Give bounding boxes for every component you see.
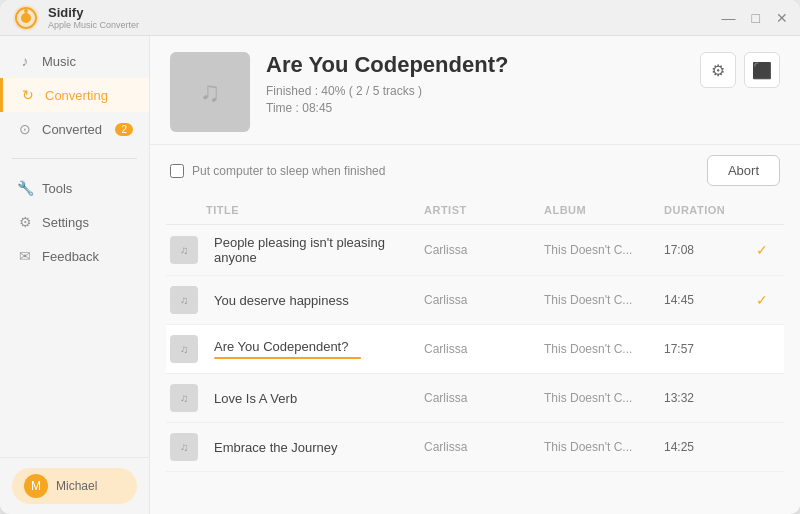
album-art: ♫ [170,52,250,132]
album-art-icon: ♫ [200,76,221,108]
main-content: ♫ Are You Codependent? Finished : 40% ( … [150,36,800,514]
track-status: ✓ [744,292,780,308]
track-duration: 14:25 [664,440,744,454]
track-artist: Carlissa [424,243,544,257]
track-title-cell: People pleasing isn't pleasing anyone [206,235,424,265]
settings-button[interactable]: ⚙ [700,52,736,88]
tools-icon: 🔧 [16,180,34,196]
table-row[interactable]: ♫Love Is A VerbCarlissaThis Doesn't C...… [166,374,784,423]
converted-badge: 2 [115,123,133,136]
track-artist: Carlissa [424,391,544,405]
sleep-label: Put computer to sleep when finished [192,164,385,178]
col-header-status [744,204,780,216]
table-row[interactable]: ♫Are You Codependent?CarlissaThis Doesn'… [166,325,784,374]
sidebar-item-music[interactable]: ♪ Music [0,44,149,78]
feedback-icon: ✉ [16,248,34,264]
sidebar-item-tools[interactable]: 🔧 Tools [0,171,149,205]
track-title: Are You Codependent? [214,339,424,354]
sidebar-label-settings: Settings [42,215,89,230]
sidebar-main-section: ♪ Music ↻ Converting ⊙ Converted 2 [0,36,149,154]
user-name: Michael [56,479,97,493]
table-row[interactable]: ♫Embrace the JourneyCarlissaThis Doesn't… [166,423,784,472]
col-header-album: ALBUM [544,204,664,216]
table-row[interactable]: ♫People pleasing isn't pleasing anyoneCa… [166,225,784,276]
track-duration: 13:32 [664,391,744,405]
app-window: Sidify Apple Music Converter — □ ✕ ♪ Mus… [0,0,800,514]
track-title: You deserve happiness [214,293,424,308]
converted-icon: ⊙ [16,121,34,137]
track-album: This Doesn't C... [544,293,664,307]
track-thumb: ♫ [170,335,198,363]
sleep-checkbox[interactable] [170,164,184,178]
titlebar-controls: — □ ✕ [722,11,788,25]
track-artist: Carlissa [424,440,544,454]
progress-bar [214,357,361,359]
user-item[interactable]: M Michael [12,468,137,504]
album-time: Time : 08:45 [266,101,780,115]
minimize-button[interactable]: — [722,11,736,25]
track-title-cell: Embrace the Journey [206,440,424,455]
track-duration: 17:08 [664,243,744,257]
sidebar-divider [12,158,137,159]
table-header: TITLE ARTIST ALBUM DURATION [166,196,784,225]
music-icon: ♪ [16,53,34,69]
sidebar-item-converting[interactable]: ↻ Converting [0,78,149,112]
titlebar-left: Sidify Apple Music Converter [12,4,139,32]
sidebar-item-settings[interactable]: ⚙ Settings [0,205,149,239]
header-actions: ⚙ ⬛ [700,52,780,88]
app-name: Sidify [48,5,139,20]
track-thumb: ♫ [170,286,198,314]
track-album: This Doesn't C... [544,243,664,257]
converting-icon: ↻ [19,87,37,103]
abort-button[interactable]: Abort [707,155,780,186]
main-header: ♫ Are You Codependent? Finished : 40% ( … [150,36,800,145]
sidebar: ♪ Music ↻ Converting ⊙ Converted 2 [0,36,150,514]
track-artist: Carlissa [424,293,544,307]
track-thumb: ♫ [170,384,198,412]
track-table: TITLE ARTIST ALBUM DURATION ♫People plea… [150,196,800,514]
track-thumb: ♫ [170,433,198,461]
sidebar-label-music: Music [42,54,76,69]
app-subtitle: Apple Music Converter [48,20,139,30]
col-header-thumb [170,204,206,216]
track-title-cell: Are You Codependent? [206,339,424,359]
svg-point-2 [21,13,31,23]
sidebar-label-tools: Tools [42,181,72,196]
sidebar-label-feedback: Feedback [42,249,99,264]
sidebar-footer: M Michael [0,457,149,514]
sidebar-label-converted: Converted [42,122,102,137]
track-album: This Doesn't C... [544,440,664,454]
export-button[interactable]: ⬛ [744,52,780,88]
avatar: M [24,474,48,498]
sidebar-label-converting: Converting [45,88,108,103]
track-title-cell: You deserve happiness [206,293,424,308]
track-album: This Doesn't C... [544,391,664,405]
track-duration: 14:45 [664,293,744,307]
svg-point-3 [24,9,28,13]
track-rows-container: ♫People pleasing isn't pleasing anyoneCa… [166,225,784,472]
sidebar-tools-section: 🔧 Tools ⚙ Settings ✉ Feedback [0,163,149,281]
track-title-cell: Love Is A Verb [206,391,424,406]
content-area: ♪ Music ↻ Converting ⊙ Converted 2 [0,36,800,514]
sidebar-item-converted[interactable]: ⊙ Converted 2 [0,112,149,146]
track-title: Embrace the Journey [214,440,424,455]
settings-icon: ⚙ [16,214,34,230]
track-title: People pleasing isn't pleasing anyone [214,235,424,265]
app-title-block: Sidify Apple Music Converter [48,5,139,30]
close-button[interactable]: ✕ [776,11,788,25]
col-header-duration: DURATION [664,204,744,216]
track-title: Love Is A Verb [214,391,424,406]
track-album: This Doesn't C... [544,342,664,356]
track-duration: 17:57 [664,342,744,356]
app-logo-icon [12,4,40,32]
sidebar-item-feedback[interactable]: ✉ Feedback [0,239,149,273]
sleep-row: Put computer to sleep when finished Abor… [150,145,800,196]
table-row[interactable]: ♫You deserve happinessCarlissaThis Doesn… [166,276,784,325]
col-header-title: TITLE [206,204,424,216]
maximize-button[interactable]: □ [752,11,760,25]
titlebar: Sidify Apple Music Converter — □ ✕ [0,0,800,36]
col-header-artist: ARTIST [424,204,544,216]
track-thumb: ♫ [170,236,198,264]
track-status: ✓ [744,242,780,258]
track-artist: Carlissa [424,342,544,356]
